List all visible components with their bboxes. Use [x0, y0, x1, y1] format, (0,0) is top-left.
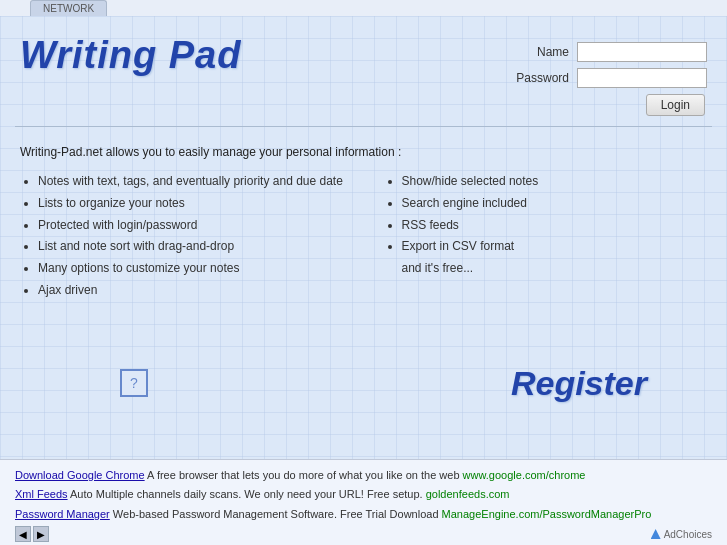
- list-item: Export in CSV format: [402, 238, 708, 255]
- logo: Writing Pad: [20, 34, 241, 77]
- middle-section: ? Register: [0, 334, 727, 423]
- list-item: Notes with text, tags, and eventually pr…: [38, 173, 344, 190]
- ad-desc-3: Web-based Password Management Software. …: [110, 508, 442, 520]
- main-container: Writing Pad Name Password Login Writing-…: [0, 16, 727, 545]
- ad-link-1[interactable]: Download Google Chrome: [15, 469, 145, 481]
- question-mark-box[interactable]: ?: [120, 369, 148, 397]
- footer-ads: Download Google Chrome A free browser th…: [0, 459, 727, 545]
- register-link[interactable]: Register: [511, 364, 647, 403]
- features-list-2b: and it's free...: [402, 260, 708, 277]
- features-section: Notes with text, tags, and eventually pr…: [20, 173, 707, 304]
- list-item: Lists to organize your notes: [38, 195, 344, 212]
- ad-desc-1: A free browser that lets you do more of …: [145, 469, 463, 481]
- ad-url-3: ManageEngine.com/PasswordManagerPro: [442, 508, 652, 520]
- content-area: Writing-Pad.net allows you to easily man…: [0, 127, 727, 314]
- header: Writing Pad Name Password Login: [0, 16, 727, 126]
- next-arrow[interactable]: ▶: [33, 526, 49, 542]
- name-input[interactable]: [577, 42, 707, 62]
- network-tab[interactable]: NETWORK: [30, 0, 107, 16]
- login-form: Name Password Login: [509, 34, 707, 116]
- logo-text: Writing Pad: [20, 34, 241, 76]
- footer-bottom: ◀ ▶ AdChoices: [15, 526, 712, 542]
- password-input[interactable]: [577, 68, 707, 88]
- ad-choices-label: AdChoices: [664, 529, 712, 540]
- ad-choices[interactable]: AdChoices: [651, 529, 712, 540]
- ad-link-3[interactable]: Password Manager: [15, 508, 110, 520]
- list-item: and it's free...: [402, 260, 708, 277]
- list-item: RSS feeds: [402, 217, 708, 234]
- password-row: Password: [509, 68, 707, 88]
- login-btn-row: Login: [646, 94, 707, 116]
- ad-url-1: www.google.com/chrome: [463, 469, 586, 481]
- question-icon: ?: [130, 375, 138, 391]
- ad-url-2: goldenfeeds.com: [426, 488, 510, 500]
- features-col-1: Notes with text, tags, and eventually pr…: [20, 173, 344, 304]
- list-item: Show/hide selected notes: [402, 173, 708, 190]
- list-item: Search engine included: [402, 195, 708, 212]
- ad-row-2: Xml Feeds Auto Multiple channels daily s…: [15, 487, 712, 502]
- ad-row-1: Download Google Chrome A free browser th…: [15, 468, 712, 483]
- features-list-1: Notes with text, tags, and eventually pr…: [38, 173, 344, 299]
- list-item: Many options to customize your notes: [38, 260, 344, 277]
- list-item: Ajax driven: [38, 282, 344, 299]
- tab-label: NETWORK: [43, 3, 94, 14]
- list-item: Protected with login/password: [38, 217, 344, 234]
- password-label: Password: [509, 71, 569, 85]
- features-col-2: Show/hide selected notes Search engine i…: [384, 173, 708, 304]
- name-label: Name: [509, 45, 569, 59]
- ad-row-3: Password Manager Web-based Password Mana…: [15, 507, 712, 522]
- list-item: List and note sort with drag-and-drop: [38, 238, 344, 255]
- features-list-2: Show/hide selected notes Search engine i…: [402, 173, 708, 255]
- ad-desc-2: Auto Multiple channels daily scans. We o…: [68, 488, 426, 500]
- name-row: Name: [509, 42, 707, 62]
- ad-link-2[interactable]: Xml Feeds: [15, 488, 68, 500]
- ad-choices-icon: [651, 529, 661, 539]
- nav-arrows: ◀ ▶: [15, 526, 49, 542]
- login-button[interactable]: Login: [646, 94, 705, 116]
- prev-arrow[interactable]: ◀: [15, 526, 31, 542]
- tagline: Writing-Pad.net allows you to easily man…: [20, 145, 707, 159]
